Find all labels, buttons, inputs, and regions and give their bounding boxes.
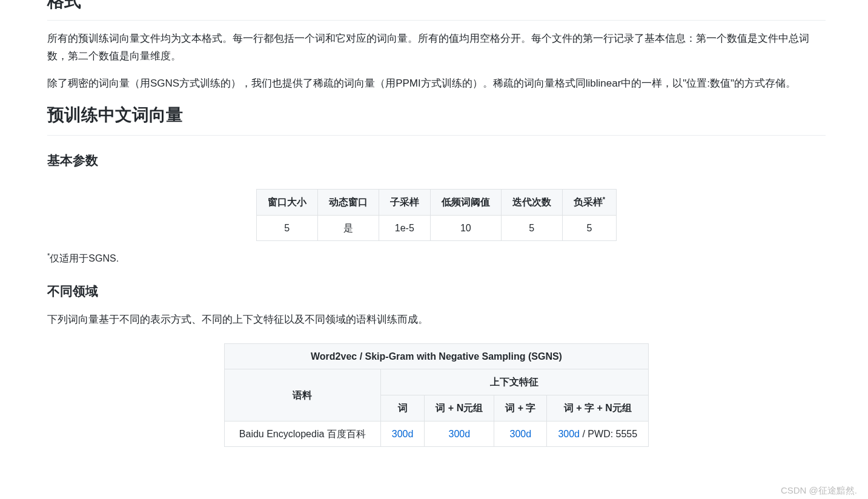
params-value-row: 5 是 1e-5 10 5 5 <box>256 215 616 241</box>
params-value-cell: 5 <box>562 215 616 241</box>
params-note: *仅适用于SGNS. <box>47 251 826 266</box>
pwd-text: / PWD: 5555 <box>580 429 637 439</box>
download-cell: 300d <box>494 421 547 447</box>
format-paragraph-1: 所有的预训练词向量文件均为文本格式。每一行都包括一个词和它对应的词向量。所有的值… <box>47 30 826 65</box>
domains-heading: 不同领域 <box>47 281 826 302</box>
format-heading: 格式 <box>47 0 826 21</box>
params-value-cell: 10 <box>430 215 501 241</box>
asterisk: * <box>603 196 605 203</box>
context-col-header: 词 <box>380 395 425 421</box>
params-header-cell: 子采样 <box>379 189 430 215</box>
pretrained-heading: 预训练中文词向量 <box>47 102 826 136</box>
corpus-table: Word2vec / Skip-Gram with Negative Sampl… <box>224 343 649 447</box>
params-heading: 基本参数 <box>47 150 826 171</box>
params-table: 窗口大小 动态窗口 子采样 低频词阈值 迭代次数 负采样* 5 是 1e-5 1… <box>256 189 617 242</box>
download-link[interactable]: 300d <box>510 429 532 439</box>
corpus-main-header: Word2vec / Skip-Gram with Negative Sampl… <box>224 343 648 369</box>
format-paragraph-2: 除了稠密的词向量（用SGNS方式训练的），我们也提供了稀疏的词向量（用PPMI方… <box>47 75 826 93</box>
download-link[interactable]: 300d <box>448 429 470 439</box>
params-value-cell: 5 <box>256 215 317 241</box>
download-cell: 300d <box>425 421 494 447</box>
params-header-cell: 低频词阈值 <box>430 189 501 215</box>
params-header-cell: 迭代次数 <box>501 189 562 215</box>
corpus-name-cell: Baidu Encyclopedia 百度百科 <box>224 421 380 447</box>
corpus-header-context: 上下文特征 <box>380 369 648 395</box>
params-header-cell: 动态窗口 <box>317 189 379 215</box>
note-text: 仅适用于SGNS. <box>50 254 119 264</box>
params-header-row: 窗口大小 动态窗口 子采样 低频词阈值 迭代次数 负采样* <box>256 189 616 215</box>
domains-intro: 下列词向量基于不同的表示方式、不同的上下文特征以及不同领域的语料训练而成。 <box>47 311 826 329</box>
download-link[interactable]: 300d <box>558 429 580 439</box>
params-value-cell: 5 <box>501 215 562 241</box>
context-col-header: 词 + 字 <box>494 395 547 421</box>
params-header-text: 负采样 <box>574 197 603 207</box>
params-value-cell: 是 <box>317 215 379 241</box>
params-header-cell: 负采样* <box>562 189 616 215</box>
context-col-header: 词 + 字 + N元组 <box>547 395 649 421</box>
download-link[interactable]: 300d <box>392 429 414 439</box>
download-cell: 300d <box>380 421 425 447</box>
params-value-cell: 1e-5 <box>379 215 430 241</box>
context-col-header: 词 + N元组 <box>425 395 494 421</box>
corpus-header-corpus: 语料 <box>224 369 380 421</box>
table-row: Baidu Encyclopedia 百度百科 300d 300d 300d 3… <box>224 421 648 447</box>
params-header-cell: 窗口大小 <box>256 189 317 215</box>
download-cell: 300d / PWD: 5555 <box>547 421 649 447</box>
